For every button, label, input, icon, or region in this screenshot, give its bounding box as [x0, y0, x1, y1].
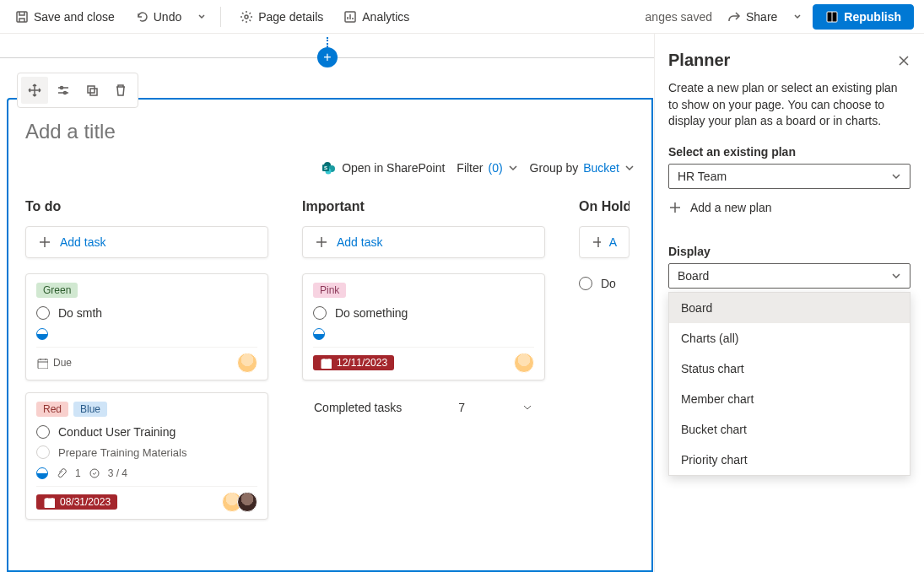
plus-icon	[592, 235, 601, 249]
display-label: Display	[668, 245, 910, 258]
add-task-label: Add task	[337, 235, 382, 249]
svg-point-14	[90, 469, 99, 478]
display-option-bucket[interactable]: Bucket chart	[669, 414, 910, 445]
add-task-button[interactable]: Add task	[302, 226, 545, 258]
group-by-label: Group by	[530, 161, 579, 175]
task-checkbox[interactable]	[313, 306, 327, 320]
move-webpart-button[interactable]	[21, 77, 48, 104]
display-dropdown[interactable]: Board	[668, 263, 910, 289]
assignees	[242, 353, 257, 373]
select-plan-dropdown[interactable]: HR Team	[668, 164, 910, 189]
add-task-button[interactable]: Add task	[25, 226, 268, 258]
pane-title: Planner	[668, 51, 730, 70]
analytics-icon	[343, 10, 357, 24]
open-in-sharepoint-link[interactable]: S Open in SharePoint	[322, 160, 445, 175]
task-card[interactable]: Do	[579, 273, 630, 294]
display-option-board[interactable]: Board	[669, 293, 910, 323]
undo-label: Undo	[154, 10, 181, 24]
task-card[interactable]: Red Blue Conduct User Training Prepare T…	[25, 392, 268, 520]
display-option-status[interactable]: Status chart	[669, 353, 910, 384]
save-label: Save and close	[34, 10, 115, 24]
display-option-member[interactable]: Member chart	[669, 384, 910, 414]
task-checkbox[interactable]	[579, 277, 592, 290]
display-value: Board	[678, 269, 709, 283]
task-checkbox[interactable]	[36, 445, 50, 459]
tag-green: Green	[36, 283, 78, 298]
progress-icon	[36, 328, 48, 340]
group-by-button[interactable]: Group by Bucket	[530, 161, 635, 175]
plus-icon	[38, 235, 51, 249]
tag-pink: Pink	[313, 283, 346, 298]
svg-rect-16	[322, 359, 332, 369]
due-label: 08/31/2023	[60, 496, 111, 508]
avatar	[514, 353, 534, 373]
completed-count: 7	[458, 401, 465, 414]
undo-dropdown[interactable]	[197, 7, 207, 27]
completed-label: Completed tasks	[314, 401, 402, 414]
share-label: Share	[746, 10, 777, 24]
display-option-priority[interactable]: Priority chart	[669, 445, 910, 475]
analytics-button[interactable]: Analytics	[338, 7, 414, 27]
trash-icon	[114, 84, 127, 97]
display-option-charts-all[interactable]: Charts (all)	[669, 323, 910, 353]
undo-button[interactable]: Undo	[130, 7, 186, 27]
filter-button[interactable]: Filter (0)	[457, 161, 517, 175]
chevron-down-icon	[624, 163, 635, 173]
share-dropdown[interactable]	[792, 7, 802, 27]
undo-icon	[135, 10, 149, 24]
republish-label: Republish	[844, 10, 901, 24]
task-card[interactable]: Green Do smth Due	[25, 273, 268, 380]
save-and-close-button[interactable]: Save and close	[10, 7, 120, 27]
webpart-toolbar	[17, 73, 138, 108]
calendar-icon	[36, 357, 48, 369]
assignees	[227, 492, 257, 512]
planner-webpart: S Open in SharePoint Filter (0) Group by…	[7, 98, 653, 572]
planner-filters-bar: S Open in SharePoint Filter (0) Group by…	[25, 160, 635, 175]
copy-icon	[85, 84, 99, 97]
page-details-button[interactable]: Page details	[235, 7, 328, 27]
progress-icon	[313, 328, 325, 340]
bucket-on-hold: On Hold A Do	[579, 199, 630, 532]
due-date: Due	[36, 357, 72, 369]
svg-rect-6	[88, 86, 95, 93]
completed-tasks-toggle[interactable]: Completed tasks 7	[302, 392, 545, 423]
display-dropdown-menu: Board Charts (all) Status chart Member c…	[668, 292, 910, 476]
chevron-down-icon	[891, 271, 901, 281]
bucket-important: Important Add task Pink Do something	[302, 199, 545, 532]
planner-board: To do Add task Green Do smth	[25, 199, 635, 532]
edit-webpart-button[interactable]	[50, 77, 77, 104]
calendar-icon	[43, 496, 55, 508]
task-checkbox[interactable]	[36, 425, 50, 439]
filter-count: (0)	[488, 161, 502, 175]
chevron-down-icon	[891, 171, 901, 181]
property-pane: Planner Create a new plan or select an e…	[654, 34, 924, 572]
tag-blue: Blue	[73, 402, 107, 417]
task-checkbox[interactable]	[36, 306, 50, 320]
delete-webpart-button[interactable]	[107, 77, 134, 104]
save-icon	[15, 10, 29, 24]
add-section-button[interactable]: +	[317, 47, 338, 67]
share-button[interactable]: Share	[722, 7, 782, 27]
chevron-down-icon	[521, 402, 533, 413]
pane-description: Create a new plan or select an existing …	[668, 80, 910, 130]
bucket-title: To do	[25, 199, 268, 214]
add-new-plan-button[interactable]: Add a new plan	[668, 201, 910, 214]
filter-label: Filter	[457, 161, 483, 175]
add-new-plan-label: Add a new plan	[690, 201, 772, 214]
add-task-label: A	[609, 235, 617, 249]
duplicate-webpart-button[interactable]	[78, 77, 105, 104]
republish-button[interactable]: Republish	[813, 4, 914, 30]
checklist-count: 3 / 4	[108, 467, 127, 479]
webpart-title-input[interactable]	[25, 116, 635, 147]
add-task-button[interactable]: A	[579, 226, 630, 258]
task-card[interactable]: Pink Do something 12/11/2023	[302, 273, 545, 380]
book-icon	[825, 10, 839, 24]
chevron-down-icon	[197, 13, 206, 21]
command-bar: Save and close Undo Page details Analyti…	[0, 0, 924, 34]
gear-icon	[240, 10, 253, 24]
chevron-down-icon	[793, 13, 802, 21]
due-date-overdue: 12/11/2023	[313, 355, 394, 370]
close-icon[interactable]	[897, 54, 910, 67]
tag-red: Red	[36, 402, 68, 417]
share-icon	[727, 10, 741, 24]
